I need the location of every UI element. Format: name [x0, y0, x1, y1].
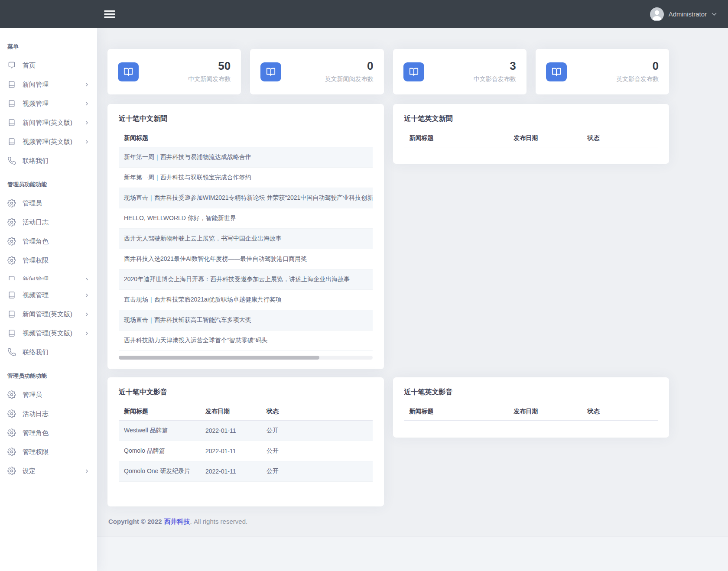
- video-title-cell: Qomolo One 研发纪录片: [119, 461, 200, 482]
- sidebar-item-label: 活动日志: [23, 218, 90, 227]
- news-row[interactable]: 2020年迪拜世博会上海日开幕：西井科技受邀参加云上展览，讲述上海企业出海故事: [119, 269, 373, 290]
- news-title-cell: HELLO, WELLWORLD 你好，智能新世界: [119, 208, 373, 229]
- book-icon: [7, 80, 16, 89]
- avatar: [650, 7, 664, 21]
- stat-label: 英文影音发布数: [616, 75, 659, 83]
- sidebar-item-label: 新闻管理: [23, 276, 78, 281]
- sidebar-item[interactable]: 视频管理(英文版): [0, 132, 97, 151]
- video-row[interactable]: Qomolo One 研发纪录片 2022-01-11 公开: [119, 461, 373, 482]
- user-menu[interactable]: Administrator: [650, 7, 717, 21]
- book-icon: [7, 329, 16, 337]
- gear-icon: [7, 409, 16, 418]
- gear-icon: [7, 237, 16, 246]
- en-news-table: 新闻标题发布日期状态: [404, 130, 658, 147]
- chevron-down-icon: [712, 13, 717, 16]
- stat-card: 0 英文影音发布数: [536, 49, 669, 94]
- sidebar-item[interactable]: 新闻管理(英文版): [0, 305, 97, 324]
- column-header: 新闻标题: [404, 130, 509, 147]
- sidebar-item[interactable]: 新闻管理: [0, 270, 97, 280]
- sidebar-item-label: 新闻管理: [23, 81, 78, 89]
- sidebar-item-label: 管理角色: [23, 429, 90, 437]
- chevron-right-icon: [84, 82, 90, 88]
- sidebar-item[interactable]: 视频管理: [0, 286, 97, 305]
- hamburger-menu-button[interactable]: [104, 10, 116, 19]
- main-content: 50 中文新闻发布数 0 英文新闻阅发布数: [97, 28, 728, 571]
- sidebar-item[interactable]: 活动日志: [0, 213, 97, 232]
- column-header: 状态: [582, 403, 658, 421]
- video-row[interactable]: Qomolo 品牌篇 2022-01-11 公开: [119, 441, 373, 461]
- news-row[interactable]: HELLO, WELLWORLD 你好，智能新世界: [119, 208, 373, 229]
- sidebar-item[interactable]: 管理角色: [0, 232, 97, 251]
- chevron-right-icon: [84, 101, 90, 107]
- brand-link[interactable]: 西井科技: [164, 518, 190, 525]
- book-icon: [7, 137, 16, 146]
- sidebar-item[interactable]: 管理员: [0, 194, 97, 213]
- stat-icon-badge: [260, 62, 281, 81]
- news-row[interactable]: 西井无人驾驶新物种驶上云上展览，书写中国企业出海故事: [119, 229, 373, 249]
- sidebar-item[interactable]: 首页: [0, 56, 97, 75]
- scrollbar-thumb[interactable]: [119, 356, 319, 360]
- news-row[interactable]: 西井科技入选2021最佳AI数智化年度榜——最佳自动驾驶港口商用奖: [119, 249, 373, 269]
- book-open-icon: [266, 67, 276, 77]
- sidebar-item-label: 视频管理(英文版): [23, 329, 78, 337]
- status-cell: 公开: [261, 421, 372, 441]
- news-row[interactable]: 现场直击｜西井科技斩获高工智能汽车多项大奖: [119, 310, 373, 331]
- news-title-cell: 新年第一周｜西井科技与易浦物流达成战略合作: [119, 147, 373, 168]
- news-row[interactable]: 西井科技助力天津港投入运营全球首个“智慧零碳”码头: [119, 331, 373, 351]
- column-header: 新闻标题: [119, 130, 373, 147]
- chevron-right-icon: [84, 120, 90, 126]
- book-icon: [7, 118, 16, 127]
- status-cell: 公开: [261, 461, 372, 482]
- video-row[interactable]: Westwell 品牌篇 2022-01-11 公开: [119, 421, 373, 441]
- sidebar-item[interactable]: 活动日志: [0, 404, 97, 423]
- gear-icon: [7, 448, 16, 456]
- news-title-cell: 西井无人驾驶新物种驶上云上展览，书写中国企业出海故事: [119, 229, 373, 249]
- sidebar-item-label: 联络我们: [23, 348, 90, 357]
- sidebar-item[interactable]: 视频管理: [0, 94, 97, 113]
- news-title-cell: 西井科技助力天津港投入运营全球首个“智慧零碳”码头: [119, 331, 373, 351]
- sidebar-item-label: 管理员: [23, 199, 90, 208]
- column-header: 状态: [582, 130, 658, 147]
- book-icon: [7, 291, 16, 299]
- news-row[interactable]: 直击现场｜西井科技荣膺2021ai优质职场卓越健康共行奖项: [119, 290, 373, 310]
- sidebar-item[interactable]: 视频管理(英文版): [0, 324, 97, 343]
- gear-icon: [7, 256, 16, 265]
- sidebar-item[interactable]: 新闻管理(英文版): [0, 113, 97, 132]
- gear-icon: [7, 467, 16, 475]
- phone-icon: [7, 348, 16, 357]
- cn-news-table: 新闻标题 新年第一周｜西井科技与易浦物流达成战略合作 新年第一周｜西井科技与双联…: [119, 130, 373, 351]
- sidebar-item-label: 视频管理: [23, 100, 78, 108]
- chevron-right-icon: [84, 331, 90, 336]
- sidebar-item[interactable]: 管理权限: [0, 442, 97, 461]
- stat-card: 50 中文新闻发布数: [107, 49, 241, 94]
- news-row[interactable]: 新年第一周｜西井科技与易浦物流达成战略合作: [119, 147, 373, 168]
- sidebar-item[interactable]: 管理员: [0, 385, 97, 404]
- chevron-right-icon: [84, 468, 90, 474]
- column-header: 新闻标题: [404, 403, 509, 421]
- horizontal-scrollbar[interactable]: [119, 356, 373, 360]
- column-header: 发布日期: [508, 403, 582, 421]
- news-row[interactable]: 新年第一周｜西井科技与双联锐宝完成合作签约: [119, 168, 373, 188]
- news-row[interactable]: 现场直击｜西井科技受邀参加WIM2021专精特新论坛 并荣获“2021中国自动驾…: [119, 188, 373, 208]
- news-title-cell: 现场直击｜西井科技斩获高工智能汽车多项大奖: [119, 310, 373, 331]
- sidebar-item[interactable]: 联络我们: [0, 343, 97, 362]
- sidebar-section-heading: 管理员功能功能: [0, 362, 97, 385]
- sidebar-item[interactable]: 管理权限: [0, 251, 97, 270]
- gear-icon: [7, 199, 16, 208]
- stat-label: 中文新闻发布数: [188, 75, 231, 83]
- panel-title: 近十笔中文影音: [119, 388, 373, 397]
- sidebar-item[interactable]: 设定: [0, 461, 97, 480]
- sidebar-item-label: 联络我们: [23, 157, 90, 165]
- copyright-suffix: . All rights reserved.: [190, 518, 248, 525]
- stat-value: 3: [474, 60, 516, 71]
- date-cell: 2022-01-11: [200, 441, 261, 461]
- sidebar-item[interactable]: 管理角色: [0, 423, 97, 442]
- sidebar-item[interactable]: 联络我们: [0, 151, 97, 170]
- footer-copyright: Copyright © 2022西井科技. All rights reserve…: [107, 506, 669, 536]
- stat-value: 50: [188, 60, 231, 71]
- column-header: 发布日期: [508, 130, 582, 147]
- sidebar-item[interactable]: 新闻管理: [0, 75, 97, 94]
- panel-title: 近十笔英文新聞: [404, 114, 658, 123]
- sidebar-item-label: 管理员: [23, 391, 90, 399]
- sidebar: 菜单 首页 新闻管理: [0, 28, 97, 571]
